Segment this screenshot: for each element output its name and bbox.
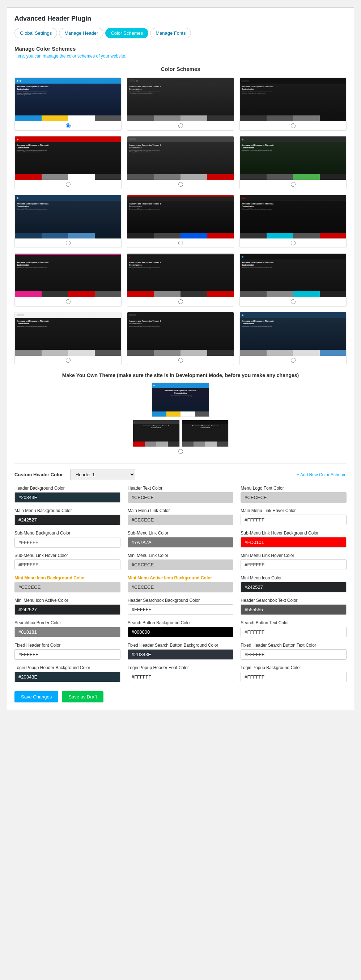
scheme-radio-make-own[interactable]: [14, 447, 347, 456]
scheme-radio-input-8[interactable]: [178, 241, 183, 245]
field-input-header-searchbox-text[interactable]: [240, 605, 347, 615]
field-input-header-text[interactable]: [128, 492, 234, 503]
save-changes-button[interactable]: Save Changes: [14, 691, 58, 702]
field-input-main-menu-bg[interactable]: [14, 515, 121, 525]
scheme-radio-15[interactable]: [240, 356, 346, 365]
field-input-main-menu-link-hover[interactable]: [240, 515, 347, 525]
scheme-radio-input-12[interactable]: [291, 299, 296, 304]
make-own-preview-sub: Awesome and Responsive Themes &Customiza…: [14, 420, 347, 447]
scheme-radio-14[interactable]: [127, 356, 234, 365]
field-input-login-popup-header-bg[interactable]: [14, 672, 121, 682]
field-label-header-text: Header Text Color: [128, 486, 234, 491]
scheme-radio-input-9[interactable]: [291, 241, 296, 245]
field-input-mini-menu-active-icon-bg[interactable]: [128, 582, 234, 592]
scheme-radio-input-make-own[interactable]: [178, 449, 183, 454]
scheme-radio-13[interactable]: [15, 356, 121, 365]
scheme-radio-input-10[interactable]: [66, 299, 70, 304]
scheme-card-9[interactable]: Awesome and Responsive Themes &Customiza…: [239, 195, 347, 248]
scheme-card-15[interactable]: Awesome and Responsive Themes &Customiza…: [239, 312, 347, 365]
scheme-radio-7[interactable]: [15, 239, 121, 248]
field-mini-menu-link-hover: Mini Menu Link Hover Color: [240, 553, 347, 570]
field-input-menu-logo-font[interactable]: [240, 492, 347, 503]
scheme-radio-input-2[interactable]: [178, 123, 183, 128]
scheme-card-13[interactable]: Awesome and Responsive Themes &Customiza…: [14, 312, 122, 365]
scheme-radio-9[interactable]: [240, 239, 346, 248]
field-input-header-bg[interactable]: [14, 492, 121, 503]
scheme-radio-input-1[interactable]: [66, 123, 70, 128]
custom-header-select[interactable]: Header 1 Header 2 Header 3: [70, 469, 135, 480]
tab-manage-fonts[interactable]: Manage Fonts: [150, 28, 191, 38]
field-label-submenu-bg: Sub-Menu Background Color: [14, 531, 121, 536]
scheme-card-10[interactable]: Awesome and Responsive Themes &Customiza…: [14, 253, 122, 307]
scheme-radio-input-3[interactable]: [291, 123, 296, 128]
section-desc-prefix: Here, you can: [14, 54, 41, 59]
field-input-search-btn-text[interactable]: [240, 627, 347, 637]
field-input-search-btn-bg[interactable]: [128, 627, 234, 637]
field-input-mini-menu-icon-bg[interactable]: [14, 582, 121, 592]
field-label-main-menu-link-hover: Main Menu Link Hover Color: [240, 508, 347, 513]
field-input-fixed-header-font[interactable]: [14, 649, 121, 660]
scheme-radio-input-15[interactable]: [291, 358, 296, 363]
scheme-card-1[interactable]: Awesome and Responsive Themes &Customiza…: [14, 78, 122, 130]
scheme-thumb-6: Awesome and Responsive Themes &Customiza…: [240, 137, 346, 180]
scheme-card-4[interactable]: Awesome and Responsive Themes &Customiza…: [14, 136, 122, 189]
field-fixed-header-search-btn-text: Fixed Header Search Button Text Color: [240, 643, 347, 660]
scheme-card-7[interactable]: Awesome and Responsive Themes &Customiza…: [14, 195, 122, 248]
field-input-login-popup-header-font[interactable]: [128, 672, 234, 682]
color-schemes-heading: Color Schemes: [14, 66, 347, 72]
scheme-radio-8[interactable]: [127, 239, 234, 248]
scheme-radio-3[interactable]: [240, 121, 346, 130]
field-input-mini-menu-icon-active[interactable]: [14, 605, 121, 615]
scheme-radio-input-7[interactable]: [66, 241, 70, 245]
section-title: Manage Color Schemes: [14, 46, 347, 52]
field-input-mini-menu-link[interactable]: [128, 560, 234, 570]
scheme-radio-4[interactable]: [15, 180, 121, 189]
field-input-submenu-link-hover[interactable]: [14, 560, 121, 570]
scheme-radio-11[interactable]: [127, 297, 234, 306]
scheme-radio-1[interactable]: [15, 121, 121, 130]
scheme-radio-2[interactable]: [127, 121, 234, 130]
color-fields-grid: Header Background Color Header Text Colo…: [14, 486, 347, 682]
scheme-radio-input-5[interactable]: [178, 182, 183, 187]
field-input-submenu-bg[interactable]: [14, 537, 121, 547]
field-input-searchbox-border[interactable]: [14, 627, 121, 637]
field-input-submenu-link-hover-bg[interactable]: [240, 537, 347, 547]
tab-color-schemes[interactable]: Color Schemes: [105, 28, 148, 38]
tab-manage-header[interactable]: Manage Header: [59, 28, 103, 38]
scheme-radio-10[interactable]: [15, 297, 121, 306]
tab-global-settings[interactable]: Global Settings: [14, 28, 57, 38]
scheme-card-2[interactable]: Awesome and Responsive Themes &Customiza…: [127, 78, 234, 130]
scheme-radio-5[interactable]: [127, 180, 234, 189]
scheme-radio-input-11[interactable]: [178, 299, 183, 304]
scheme-card-3[interactable]: Awesome and Responsive Themes &Customiza…: [239, 78, 347, 130]
field-input-fixed-header-search-btn-text[interactable]: [240, 649, 347, 660]
scheme-thumb-11: Awesome and Responsive Themes &Customiza…: [127, 254, 234, 297]
field-input-main-menu-link[interactable]: [128, 515, 234, 525]
field-main-menu-link: Main Menu Link Color: [128, 508, 234, 525]
scheme-radio-input-4[interactable]: [66, 182, 70, 187]
scheme-radio-input-14[interactable]: [178, 358, 183, 363]
field-input-submenu-link[interactable]: [128, 537, 234, 547]
scheme-card-8[interactable]: Awesome and Responsive Themes &Customiza…: [127, 195, 234, 248]
field-submenu-link-hover-bg: Sub-Menu Link Hover Background Color: [240, 531, 347, 547]
field-search-btn-text: Search Button Text Color: [240, 620, 347, 637]
scheme-radio-input-6[interactable]: [291, 182, 296, 187]
scheme-radio-input-13[interactable]: [66, 358, 70, 363]
field-input-mini-menu-icon-color[interactable]: [240, 582, 347, 592]
make-own-section: Make You Own Theme (make sure the site i…: [14, 372, 347, 456]
field-label-search-btn-bg: Search Button Background Color: [128, 620, 234, 625]
save-as-draft-button[interactable]: Save as Draft: [62, 691, 103, 702]
header-select-dropdown[interactable]: Header 1 Header 2 Header 3: [70, 469, 135, 480]
scheme-radio-6[interactable]: [240, 180, 346, 189]
field-input-header-searchbox-bg[interactable]: [128, 605, 234, 615]
scheme-card-12[interactable]: Awesome and Responsive Themes &Customiza…: [239, 253, 347, 307]
scheme-card-11[interactable]: Awesome and Responsive Themes &Customiza…: [127, 253, 234, 307]
field-input-login-popup-bg[interactable]: [240, 672, 347, 682]
scheme-card-5[interactable]: Awesome and Responsive Themes &Customiza…: [127, 136, 234, 189]
scheme-card-14[interactable]: Awesome and Responsive Themes &Customiza…: [127, 312, 234, 365]
add-new-color-scheme-link[interactable]: Add New Color Scheme: [297, 472, 347, 477]
scheme-card-6[interactable]: Awesome and Responsive Themes &Customiza…: [239, 136, 347, 189]
scheme-radio-12[interactable]: [240, 297, 346, 306]
field-input-mini-menu-link-hover[interactable]: [240, 560, 347, 570]
field-input-fixed-header-search-btn-bg[interactable]: [128, 649, 234, 660]
